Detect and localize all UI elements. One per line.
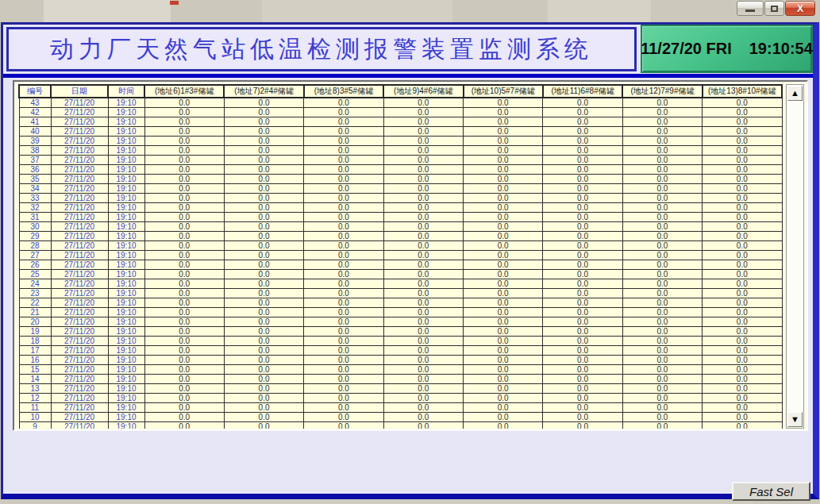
- cell-value: 0.0: [543, 289, 622, 298]
- cell-value: 0.0: [383, 270, 463, 279]
- cell-value: 0.0: [224, 194, 303, 203]
- table-row: 3227/11/2019:100.00.00.00.00.00.00.00.0: [19, 203, 782, 213]
- cell-value: 0.0: [543, 317, 622, 327]
- cell-value: 0.0: [703, 356, 782, 365]
- cell-value: 0.0: [224, 384, 303, 394]
- column-header: 时间: [108, 85, 144, 98]
- close-icon: X: [797, 3, 803, 14]
- cell-value: 0.0: [622, 346, 702, 356]
- cell-value: 0.0: [144, 222, 224, 232]
- cell-value: 0.0: [224, 137, 303, 146]
- cell-value: 0.0: [144, 422, 224, 429]
- cell-value: 0.0: [224, 327, 303, 337]
- cell-time: 19:10: [108, 146, 144, 156]
- cell-date: 27/11/20: [51, 260, 108, 270]
- column-header: (地址6)1#3#储罐: [144, 85, 224, 98]
- cell-value: 0.0: [224, 289, 303, 298]
- maximize-button[interactable]: [764, 1, 784, 16]
- cell-date: 27/11/20: [51, 298, 108, 308]
- cell-value: 0.0: [224, 156, 303, 165]
- cell-value: 0.0: [703, 384, 782, 394]
- cell-value: 0.0: [383, 222, 463, 232]
- close-button[interactable]: X: [785, 1, 815, 16]
- cell-value: 0.0: [383, 175, 463, 184]
- table-scrollbar[interactable]: ▲ ▼: [786, 84, 804, 429]
- table-row: 1227/11/2019:100.00.00.00.00.00.00.00.0: [19, 394, 782, 403]
- table-row: 2527/11/2019:100.00.00.00.00.00.00.00.0: [19, 270, 782, 279]
- cell-value: 0.0: [144, 165, 224, 175]
- table-row: 2727/11/2019:100.00.00.00.00.00.00.00.0: [19, 251, 782, 260]
- cell-date: 27/11/20: [51, 165, 108, 175]
- cell-value: 0.0: [464, 317, 543, 327]
- cell-time: 19:10: [108, 298, 144, 308]
- scroll-down-button[interactable]: ▼: [787, 412, 803, 427]
- cell-value: 0.0: [144, 156, 224, 165]
- cell-value: 0.0: [383, 117, 463, 127]
- cell-time: 19:10: [108, 184, 144, 194]
- cell-time: 19:10: [108, 137, 144, 146]
- cell-value: 0.0: [464, 108, 543, 117]
- app-window: 动力厂天然气站低温检测报警装置监测系统 11/27/20 FRI 19:10:5…: [1, 22, 819, 499]
- cell-value: 0.0: [464, 137, 543, 146]
- cell-value: 0.0: [543, 365, 622, 375]
- cell-value: 0.0: [622, 298, 702, 308]
- scroll-up-button[interactable]: ▲: [787, 86, 803, 101]
- cell-value: 0.0: [304, 384, 383, 394]
- cell-value: 0.0: [464, 241, 543, 251]
- cell-value: 0.0: [464, 222, 543, 232]
- cell-value: 0.0: [622, 394, 702, 403]
- cell-date: 27/11/20: [51, 308, 108, 317]
- cell-value: 0.0: [464, 308, 543, 317]
- cell-no: 32: [19, 203, 51, 213]
- cell-value: 0.0: [543, 308, 622, 317]
- fast-sel-button[interactable]: Fast Sel: [732, 482, 810, 501]
- cell-value: 0.0: [543, 156, 622, 165]
- cell-value: 0.0: [464, 165, 543, 175]
- cell-value: 0.0: [622, 327, 702, 337]
- cell-time: 19:10: [108, 165, 144, 175]
- cell-value: 0.0: [304, 260, 383, 270]
- cell-time: 19:10: [108, 279, 144, 289]
- cell-date: 27/11/20: [51, 279, 108, 289]
- data-table-panel: 编号日期时间(地址6)1#3#储罐(地址7)2#4#储罐(地址8)3#5#储罐(…: [13, 80, 808, 431]
- cell-date: 27/11/20: [51, 317, 108, 327]
- cell-value: 0.0: [383, 146, 463, 156]
- cell-value: 0.0: [304, 108, 383, 117]
- cell-value: 0.0: [224, 232, 303, 241]
- table-row: 2027/11/2019:100.00.00.00.00.00.00.00.0: [19, 317, 782, 327]
- cell-value: 0.0: [224, 251, 303, 260]
- cell-time: 19:10: [108, 175, 144, 184]
- table-row: 3027/11/2019:100.00.00.00.00.00.00.00.0: [19, 222, 782, 232]
- cell-no: 15: [19, 365, 51, 375]
- cell-value: 0.0: [224, 279, 303, 289]
- cell-value: 0.0: [703, 194, 782, 203]
- cell-value: 0.0: [464, 175, 543, 184]
- cell-value: 0.0: [543, 232, 622, 241]
- cell-date: 27/11/20: [51, 394, 108, 403]
- cell-value: 0.0: [703, 413, 782, 422]
- cell-value: 0.0: [304, 298, 383, 308]
- cell-value: 0.0: [703, 346, 782, 356]
- cell-value: 0.0: [464, 403, 543, 413]
- cell-time: 19:10: [108, 308, 144, 317]
- cell-time: 19:10: [108, 422, 144, 429]
- cell-value: 0.0: [144, 317, 224, 327]
- table-row: 2627/11/2019:100.00.00.00.00.00.00.00.0: [19, 260, 782, 270]
- cell-time: 19:10: [108, 289, 144, 298]
- cell-date: 27/11/20: [51, 232, 108, 241]
- cell-no: 9: [19, 422, 51, 429]
- cell-value: 0.0: [464, 289, 543, 298]
- cell-time: 19:10: [108, 260, 144, 270]
- table-row: 1927/11/2019:100.00.00.00.00.00.00.00.0: [19, 327, 782, 337]
- minimize-button[interactable]: [737, 1, 764, 16]
- cell-value: 0.0: [543, 175, 622, 184]
- cell-date: 27/11/20: [51, 365, 108, 375]
- cell-date: 27/11/20: [51, 146, 108, 156]
- cell-value: 0.0: [703, 203, 782, 213]
- cell-no: 17: [19, 346, 51, 356]
- data-table-wrap: 编号日期时间(地址6)1#3#储罐(地址7)2#4#储罐(地址8)3#5#储罐(…: [18, 84, 783, 429]
- cell-no: 20: [19, 317, 51, 327]
- cell-time: 19:10: [108, 213, 144, 222]
- cell-value: 0.0: [304, 241, 383, 251]
- cell-no: 28: [19, 241, 51, 251]
